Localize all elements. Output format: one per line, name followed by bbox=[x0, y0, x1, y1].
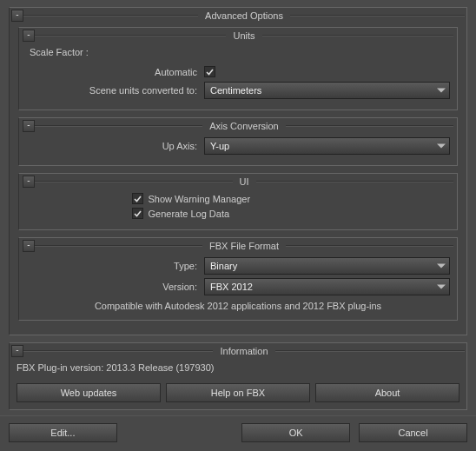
type-select[interactable]: Binary bbox=[204, 257, 450, 275]
scene-units-select[interactable]: Centimeters bbox=[204, 82, 450, 99]
web-updates-button[interactable]: Web updates bbox=[17, 383, 161, 402]
up-axis-select[interactable]: Y-up bbox=[204, 137, 450, 155]
up-axis-value: Y-up bbox=[210, 141, 229, 151]
warning-label: Show Warning Manager bbox=[149, 194, 251, 204]
axis-group: - Axis Conversion Up Axis: Y-up bbox=[18, 117, 458, 166]
information-group: - Information FBX Plug-in version: 2013.… bbox=[9, 342, 467, 410]
advanced-options-group: - Advanced Options - Units Scale Factor … bbox=[9, 7, 467, 335]
version-value: FBX 2012 bbox=[210, 282, 253, 292]
scale-factor-label: Scale Factor : bbox=[30, 47, 450, 57]
collapse-axis[interactable]: - bbox=[23, 120, 35, 132]
log-label: Generate Log Data bbox=[149, 209, 230, 219]
units-title: Units bbox=[226, 30, 261, 41]
collapse-information[interactable]: - bbox=[11, 345, 23, 357]
plugin-version-text: FBX Plug-in version: 2013.3 Release (197… bbox=[17, 362, 459, 373]
compat-text: Compatible with Autodesk 2012 applicatio… bbox=[26, 301, 450, 311]
version-label: Version: bbox=[26, 282, 204, 292]
collapse-ui[interactable]: - bbox=[23, 176, 35, 188]
units-group: - Units Scale Factor : Automatic Scene u… bbox=[18, 27, 458, 110]
collapse-fbx[interactable]: - bbox=[23, 240, 35, 252]
about-button[interactable]: About bbox=[315, 383, 459, 402]
up-axis-label: Up Axis: bbox=[26, 141, 204, 151]
collapse-advanced[interactable]: - bbox=[11, 10, 23, 22]
warning-checkbox[interactable] bbox=[132, 193, 143, 204]
cancel-button[interactable]: Cancel bbox=[359, 423, 467, 442]
type-label: Type: bbox=[26, 261, 204, 271]
chevron-down-icon bbox=[437, 285, 446, 289]
log-checkbox[interactable] bbox=[132, 208, 143, 219]
converted-label: Scene units converted to: bbox=[26, 85, 204, 96]
automatic-label: Automatic bbox=[26, 67, 204, 77]
type-value: Binary bbox=[210, 261, 237, 271]
version-select[interactable]: FBX 2012 bbox=[204, 278, 450, 295]
fbx-group: - FBX File Format Type: Binary Version: … bbox=[18, 237, 458, 321]
dialog-footer: Edit... OK Cancel bbox=[0, 415, 476, 451]
fbx-title: FBX File Format bbox=[202, 241, 286, 251]
ui-group: - UI Show Warning Manager Generate Log D… bbox=[18, 173, 458, 230]
collapse-units[interactable]: - bbox=[23, 30, 35, 42]
chevron-down-icon bbox=[437, 89, 446, 93]
ok-button[interactable]: OK bbox=[241, 423, 350, 442]
chevron-down-icon bbox=[437, 144, 446, 149]
chevron-down-icon bbox=[437, 264, 446, 269]
edit-button[interactable]: Edit... bbox=[9, 423, 117, 442]
axis-title: Axis Conversion bbox=[202, 121, 285, 131]
ui-title: UI bbox=[233, 176, 256, 187]
automatic-checkbox[interactable] bbox=[204, 66, 215, 77]
scene-units-value: Centimeters bbox=[210, 85, 261, 96]
information-title: Information bbox=[213, 346, 274, 356]
help-on-fbx-button[interactable]: Help on FBX bbox=[166, 383, 310, 402]
advanced-title: Advanced Options bbox=[198, 10, 290, 21]
